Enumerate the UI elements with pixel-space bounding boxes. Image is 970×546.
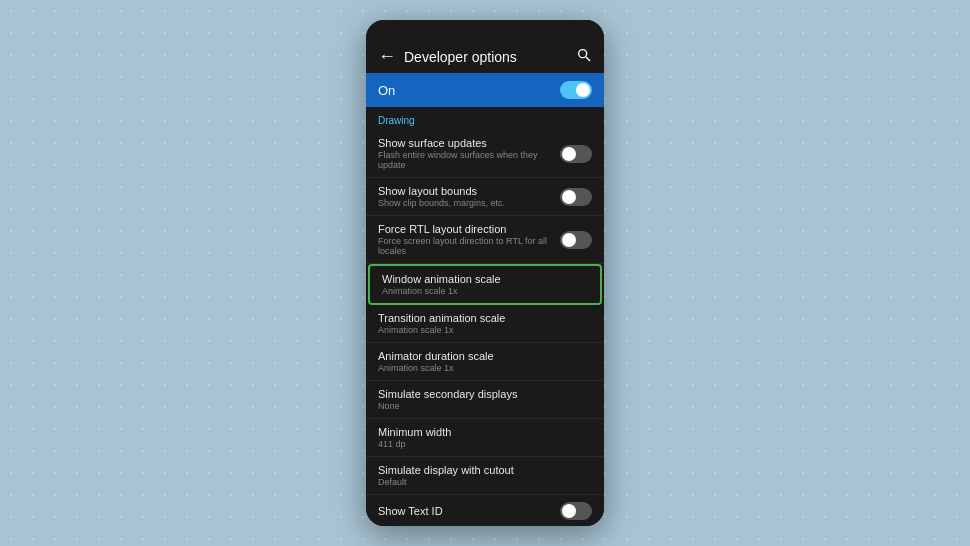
settings-content: Drawing Show surface updates Flash entir… <box>366 107 604 526</box>
setting-title: Minimum width <box>378 426 592 438</box>
phone-screen: ← Developer options On Drawing Show surf… <box>366 20 604 526</box>
setting-show-text-id[interactable]: Show Text ID <box>366 495 604 526</box>
search-icon[interactable] <box>576 47 592 67</box>
developer-on-row[interactable]: On <box>366 73 604 107</box>
toggle-knob <box>576 83 590 97</box>
setting-title: Simulate display with cutout <box>378 464 592 476</box>
setting-show-layout-bounds[interactable]: Show layout bounds Show clip bounds, mar… <box>366 178 604 216</box>
setting-simulate-secondary-displays[interactable]: Simulate secondary displays None <box>366 381 604 419</box>
toggle-knob <box>562 504 576 518</box>
developer-toggle[interactable] <box>560 81 592 99</box>
setting-subtitle: Flash entire window surfaces when they u… <box>378 150 560 170</box>
setting-text: Transition animation scale Animation sca… <box>378 312 592 335</box>
setting-minimum-width[interactable]: Minimum width 411 dp <box>366 419 604 457</box>
setting-transition-animation-scale[interactable]: Transition animation scale Animation sca… <box>366 305 604 343</box>
layout-bounds-toggle[interactable] <box>560 188 592 206</box>
on-label: On <box>378 83 560 98</box>
setting-subtitle: None <box>378 401 592 411</box>
setting-text: Show layout bounds Show clip bounds, mar… <box>378 185 560 208</box>
setting-text: Force RTL layout direction Force screen … <box>378 223 560 256</box>
setting-subtitle: 411 dp <box>378 439 592 449</box>
setting-subtitle: Animation scale 1x <box>378 325 592 335</box>
page-title: Developer options <box>404 49 568 65</box>
setting-text: Minimum width 411 dp <box>378 426 592 449</box>
toggle-knob <box>562 147 576 161</box>
app-header: ← Developer options <box>366 40 604 73</box>
setting-show-surface-updates[interactable]: Show surface updates Flash entire window… <box>366 130 604 178</box>
setting-text: Simulate display with cutout Default <box>378 464 592 487</box>
toggle-knob <box>562 190 576 204</box>
setting-text: Show Text ID <box>378 505 560 518</box>
setting-title: Force RTL layout direction <box>378 223 560 235</box>
setting-title: Window animation scale <box>382 273 588 285</box>
setting-text: Animator duration scale Animation scale … <box>378 350 592 373</box>
setting-title: Show Text ID <box>378 505 560 517</box>
setting-text: Simulate secondary displays None <box>378 388 592 411</box>
surface-updates-toggle[interactable] <box>560 145 592 163</box>
svg-point-0 <box>579 49 587 57</box>
setting-title: Animator duration scale <box>378 350 592 362</box>
setting-force-rtl[interactable]: Force RTL layout direction Force screen … <box>366 216 604 264</box>
setting-subtitle: Animation scale 1x <box>382 286 588 296</box>
setting-title: Show surface updates <box>378 137 560 149</box>
drawing-section-label: Drawing <box>366 107 604 130</box>
setting-subtitle: Default <box>378 477 592 487</box>
setting-subtitle: Show clip bounds, margins, etc. <box>378 198 560 208</box>
back-button[interactable]: ← <box>378 46 396 67</box>
setting-title: Simulate secondary displays <box>378 388 592 400</box>
svg-line-1 <box>586 57 590 61</box>
setting-subtitle: Force screen layout direction to RTL for… <box>378 236 560 256</box>
toggle-knob <box>562 233 576 247</box>
setting-text: Show surface updates Flash entire window… <box>378 137 560 170</box>
setting-animator-duration-scale[interactable]: Animator duration scale Animation scale … <box>366 343 604 381</box>
rtl-toggle[interactable] <box>560 231 592 249</box>
setting-text: Window animation scale Animation scale 1… <box>382 273 588 296</box>
setting-simulate-cutout[interactable]: Simulate display with cutout Default <box>366 457 604 495</box>
text-id-toggle[interactable] <box>560 502 592 520</box>
setting-subtitle: Animation scale 1x <box>378 363 592 373</box>
setting-title: Show layout bounds <box>378 185 560 197</box>
status-bar <box>366 20 604 40</box>
setting-title: Transition animation scale <box>378 312 592 324</box>
setting-window-animation-scale[interactable]: Window animation scale Animation scale 1… <box>368 264 602 305</box>
